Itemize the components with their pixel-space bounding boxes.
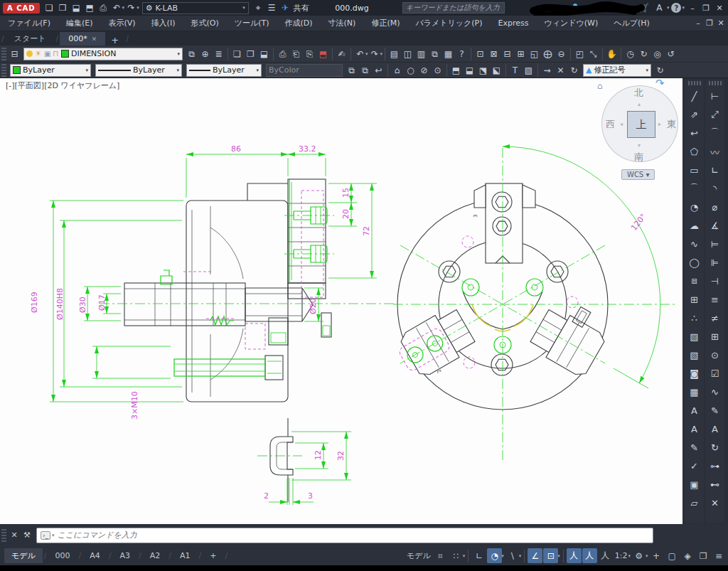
orbit-icon[interactable]: ↻ bbox=[637, 47, 651, 61]
layer-states-icon[interactable]: ≣ bbox=[212, 47, 225, 61]
chevron-down-icon[interactable]: ▾ bbox=[176, 68, 179, 73]
chevron-down-icon[interactable]: ▾ bbox=[256, 68, 259, 73]
menu-item[interactable]: 挿入(I) bbox=[144, 16, 183, 31]
menu-item[interactable]: 作成(D) bbox=[277, 16, 321, 31]
open-file-icon[interactable]: ❒ bbox=[56, 1, 70, 15]
bring-above-icon[interactable]: ⬔ bbox=[476, 63, 490, 78]
bring-to-front-icon[interactable]: ⬒ bbox=[449, 63, 463, 78]
dropdown-caret[interactable]: ▾ bbox=[628, 553, 631, 559]
close-button[interactable]: ✕ bbox=[714, 2, 725, 14]
home-icon[interactable]: ⌂ bbox=[597, 81, 603, 91]
tolerance-icon[interactable]: ⊞ bbox=[707, 327, 724, 346]
viewcube-south[interactable]: 南 bbox=[634, 151, 643, 164]
dim-aligned-icon[interactable]: ⤢ bbox=[707, 105, 724, 124]
region-icon[interactable]: ◙ bbox=[686, 364, 703, 383]
update-annotation-icon[interactable]: ↻ bbox=[567, 63, 581, 78]
menu-item[interactable]: 表示(V) bbox=[101, 16, 144, 31]
zoom-window-icon[interactable]: ⊡ bbox=[473, 47, 487, 61]
ucs-icon[interactable]: ✕ bbox=[554, 63, 567, 78]
rotate-arrow-icon[interactable]: ↶ bbox=[655, 78, 665, 90]
construction-line-icon[interactable]: ⇗ bbox=[686, 105, 703, 124]
viewcube-west[interactable]: 西 bbox=[606, 118, 615, 131]
layout-tab-モデル[interactable]: モデル bbox=[4, 548, 43, 563]
multiple-point-icon[interactable]: ✕ bbox=[707, 493, 724, 512]
save-as-icon[interactable]: ⬒ bbox=[83, 1, 97, 15]
viewcube-arrow-left[interactable]: ◂ bbox=[620, 121, 623, 127]
dim-update-icon[interactable]: ↻ bbox=[707, 438, 724, 457]
measure-icon[interactable]: ⊷ bbox=[707, 475, 724, 493]
customization[interactable]: ≡ bbox=[712, 548, 727, 563]
zoom-dynamic-icon[interactable]: ⊠ bbox=[487, 47, 500, 61]
clean-screen[interactable]: ❐ bbox=[696, 548, 711, 563]
dropdown-caret[interactable]: ▾ bbox=[380, 51, 383, 57]
dim-break-icon[interactable]: ≠ bbox=[707, 309, 724, 327]
chevron-down-icon[interactable]: ▾ bbox=[646, 68, 648, 73]
viewcube[interactable]: ⌂ ↶ 北 西 東 南 ▴ ▾ ◂ ▸ 上 WCS ▾ bbox=[596, 78, 681, 192]
insert-block-icon[interactable]: ⧈ bbox=[686, 272, 703, 290]
toolbar-grip[interactable] bbox=[1, 64, 6, 77]
layout-tab-A2[interactable]: A2 bbox=[143, 549, 168, 562]
rectangle-icon[interactable]: ▭ bbox=[686, 161, 703, 179]
hatch-icon[interactable]: ▨ bbox=[686, 327, 703, 346]
viewcube-top-face[interactable]: 上 bbox=[627, 111, 655, 138]
polyline-icon[interactable]: ↩ bbox=[686, 124, 703, 142]
wipeout-icon[interactable]: ▱ bbox=[686, 493, 703, 512]
layout-tab-000[interactable]: 000 bbox=[48, 549, 77, 562]
dropdown-caret[interactable]: ▾ bbox=[136, 5, 139, 11]
revision-cloud-icon[interactable]: ☁ bbox=[686, 216, 703, 235]
dim-edit-icon[interactable]: ✎ bbox=[707, 401, 724, 420]
layout-tab-A1[interactable]: A1 bbox=[173, 549, 198, 562]
grid-mode[interactable]: ⌗ bbox=[433, 548, 448, 563]
spell-check-icon[interactable]: ✓ bbox=[686, 457, 703, 475]
match-properties-icon[interactable]: ⇝ bbox=[540, 63, 554, 78]
tab-close-icon[interactable]: ✕ bbox=[92, 36, 97, 43]
tab-start[interactable]: スタート bbox=[6, 32, 55, 46]
line-icon[interactable]: ╱ bbox=[686, 87, 703, 105]
menu-item[interactable]: ウィンドウ(W) bbox=[536, 16, 606, 31]
text-to-front-icon[interactable]: T bbox=[508, 63, 522, 78]
viewcube-arrow-up[interactable]: ▴ bbox=[638, 101, 641, 107]
dim-space-icon[interactable]: ≡ bbox=[707, 290, 724, 309]
hatch-to-back-icon[interactable]: ▨ bbox=[522, 63, 535, 78]
search-input[interactable]: キーワードまたは語句を入力 bbox=[402, 2, 505, 14]
divide-icon[interactable]: ⊶ bbox=[707, 457, 724, 475]
ellipse-icon[interactable]: ◯ bbox=[686, 253, 703, 272]
annotation-autoscale[interactable]: 人 bbox=[582, 548, 597, 563]
viewcube-north[interactable]: 北 bbox=[634, 87, 643, 100]
command-prompt-icon[interactable]: ›_ bbox=[41, 531, 50, 540]
dropdown-caret[interactable]: ▾ bbox=[463, 553, 466, 559]
isolate-objects[interactable]: ▢ bbox=[665, 548, 680, 563]
layer-off-icon[interactable]: ○ bbox=[404, 63, 417, 78]
object-snap-tracking[interactable]: ∠ bbox=[528, 548, 542, 563]
lines-icon[interactable]: ☰ bbox=[265, 1, 279, 15]
close-icon[interactable]: ✕ bbox=[8, 530, 21, 540]
layer-unlock-icon[interactable]: ⊙ bbox=[431, 63, 444, 78]
plot-icon[interactable]: ⎙ bbox=[276, 47, 289, 61]
dim-linear-icon[interactable]: ⊢ bbox=[707, 87, 724, 105]
steering-wheel-icon[interactable]: ◎ bbox=[651, 47, 664, 61]
batch-plot-icon[interactable]: ⎘ bbox=[303, 47, 316, 61]
menu-item[interactable]: Express bbox=[491, 16, 537, 31]
dim-arc-length-icon[interactable]: ⌒ bbox=[707, 124, 724, 142]
graphics-performance[interactable]: ◈ bbox=[680, 548, 695, 563]
workspace-combo[interactable]: ⚙ K-LAB ▾ bbox=[142, 2, 249, 14]
menu-item[interactable]: パラメトリック(P) bbox=[407, 16, 490, 31]
workspace-switching[interactable]: ⚙ bbox=[631, 548, 646, 563]
dim-diameter-icon[interactable]: ⌀ bbox=[707, 198, 724, 216]
zoom-out-icon[interactable]: ⊖ bbox=[555, 47, 568, 61]
sheet-set-manager-icon[interactable]: ▤ bbox=[387, 47, 401, 61]
viewcube-arrow-right[interactable]: ▸ bbox=[658, 121, 661, 127]
menu-item[interactable]: ファイル(F) bbox=[0, 16, 58, 31]
chevron-down-icon[interactable]: ▾ bbox=[682, 5, 685, 11]
menu-item[interactable]: ツール(T) bbox=[227, 16, 277, 31]
chevron-down-icon[interactable]: ▾ bbox=[52, 533, 55, 538]
menu-item[interactable]: 形式(O) bbox=[183, 16, 226, 31]
print-icon[interactable]: ⎙ bbox=[97, 1, 110, 15]
zoom-previous-icon[interactable]: ◰ bbox=[573, 47, 587, 61]
point-icon[interactable]: ∴ bbox=[686, 309, 703, 327]
dim-angular-icon[interactable]: ∡ bbox=[707, 216, 724, 235]
ortho-mode[interactable]: ∟ bbox=[471, 548, 486, 563]
dim-baseline-icon[interactable]: ⊫ bbox=[707, 253, 724, 272]
save-drawing-icon[interactable]: ⬓ bbox=[257, 47, 271, 61]
annotation-monitor[interactable]: + bbox=[649, 548, 664, 563]
